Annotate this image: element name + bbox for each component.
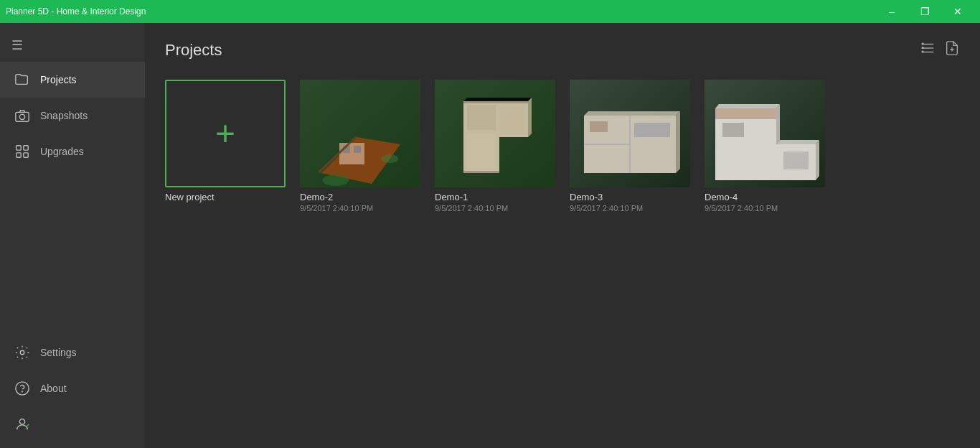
minimize-button[interactable]: – xyxy=(875,0,908,23)
svg-rect-13 xyxy=(922,43,924,45)
svg-rect-15 xyxy=(922,51,924,53)
svg-rect-4 xyxy=(17,153,21,157)
new-project-thumbnail[interactable]: + xyxy=(165,80,286,187)
window-controls: – ❐ ✕ xyxy=(875,0,974,23)
project-thumbnail-demo4 xyxy=(705,80,825,187)
svg-point-25 xyxy=(323,174,349,186)
sidebar-item-label: Projects xyxy=(40,74,77,85)
sidebar-item-upgrades[interactable]: Upgrades xyxy=(0,134,145,169)
svg-rect-50 xyxy=(715,108,776,119)
camera-icon xyxy=(14,108,30,123)
project-thumbnail-demo1 xyxy=(435,80,555,187)
svg-marker-47 xyxy=(776,104,780,144)
project-thumbnail-demo2 xyxy=(300,80,420,187)
svg-rect-3 xyxy=(24,146,28,150)
svg-rect-43 xyxy=(634,123,670,137)
maximize-button[interactable]: ❐ xyxy=(908,0,941,23)
project-item-demo1[interactable]: Demo-1 9/5/2017 2:40:10 PM xyxy=(435,80,555,213)
plus-icon: + xyxy=(215,116,235,151)
page-title: Projects xyxy=(165,41,222,60)
sidebar-item-about[interactable]: About xyxy=(0,370,145,406)
project-preview-demo1 xyxy=(435,80,555,187)
svg-point-6 xyxy=(20,350,24,355)
sidebar-item-snapshots[interactable]: Snapshots xyxy=(0,98,145,134)
svg-point-7 xyxy=(16,382,29,395)
svg-marker-39 xyxy=(676,111,680,173)
sidebar-item-account[interactable] xyxy=(0,406,145,442)
svg-rect-31 xyxy=(463,101,528,103)
new-project-label: New project xyxy=(165,192,286,202)
project-date-demo1: 9/5/2017 2:40:10 PM xyxy=(435,204,555,213)
project-name-demo2: Demo-2 xyxy=(300,192,420,202)
svg-rect-0 xyxy=(16,112,29,121)
person-icon xyxy=(14,416,30,432)
svg-rect-34 xyxy=(499,105,524,134)
list-view-icon[interactable] xyxy=(920,40,936,60)
svg-point-9 xyxy=(19,419,24,424)
hamburger-menu[interactable]: ☰ xyxy=(0,29,145,62)
sidebar-item-label: Snapshots xyxy=(40,110,88,121)
svg-rect-51 xyxy=(722,123,744,137)
content-header: Projects xyxy=(165,40,960,60)
titlebar: Planner 5D - Home & Interior Design – ❐ … xyxy=(0,0,980,23)
svg-rect-35 xyxy=(467,134,496,169)
svg-rect-42 xyxy=(590,121,608,132)
sidebar-item-label: Upgrades xyxy=(40,146,84,157)
nav-main: Projects Snapshots Upgrades xyxy=(0,62,145,335)
svg-rect-23 xyxy=(354,146,361,153)
sidebar-item-label: About xyxy=(40,383,67,394)
project-name-demo1: Demo-1 xyxy=(435,192,555,202)
new-project-item[interactable]: + New project xyxy=(165,80,286,213)
project-date-demo4: 9/5/2017 2:40:10 PM xyxy=(705,204,825,213)
upgrade-icon xyxy=(14,144,30,159)
svg-marker-30 xyxy=(528,98,532,137)
help-icon xyxy=(14,381,30,396)
sidebar: ☰ Projects Snapshots xyxy=(0,23,145,448)
svg-rect-2 xyxy=(17,146,21,150)
svg-rect-14 xyxy=(922,47,924,49)
project-preview-demo3 xyxy=(570,80,690,187)
svg-point-26 xyxy=(381,154,398,163)
project-item-demo3[interactable]: Demo-3 9/5/2017 2:40:10 PM xyxy=(570,80,690,213)
svg-point-8 xyxy=(22,391,23,392)
svg-marker-48 xyxy=(776,140,819,144)
svg-marker-49 xyxy=(816,140,819,180)
svg-marker-38 xyxy=(584,111,680,116)
sidebar-item-label: Settings xyxy=(40,347,77,358)
project-item-demo4[interactable]: Demo-4 9/5/2017 2:40:10 PM xyxy=(705,80,825,213)
svg-rect-5 xyxy=(24,153,28,157)
close-button[interactable]: ✕ xyxy=(941,0,974,23)
project-date-demo3: 9/5/2017 2:40:10 PM xyxy=(570,204,690,213)
new-project-icon[interactable] xyxy=(944,40,960,60)
sidebar-item-settings[interactable]: Settings xyxy=(0,335,145,370)
project-name-demo3: Demo-3 xyxy=(570,192,690,202)
project-preview-demo2 xyxy=(300,80,420,187)
nav-bottom: Settings About xyxy=(0,335,145,448)
svg-point-1 xyxy=(19,114,24,119)
sidebar-item-projects[interactable]: Projects xyxy=(0,62,145,98)
projects-grid: + New project xyxy=(165,80,960,213)
project-preview-demo4 xyxy=(705,80,825,187)
project-name-demo4: Demo-4 xyxy=(705,192,825,202)
project-thumbnail-demo3 xyxy=(570,80,690,187)
gear-icon xyxy=(14,345,30,360)
svg-rect-52 xyxy=(783,151,809,169)
svg-rect-33 xyxy=(467,105,496,130)
svg-marker-29 xyxy=(463,98,532,101)
folder-icon xyxy=(14,72,30,88)
main-content: Projects xyxy=(145,23,980,448)
svg-marker-46 xyxy=(715,104,780,108)
svg-rect-32 xyxy=(463,171,499,173)
project-date-demo2: 9/5/2017 2:40:10 PM xyxy=(300,204,420,213)
app-title: Planner 5D - Home & Interior Design xyxy=(6,6,146,17)
header-actions xyxy=(920,40,960,60)
project-item-demo2[interactable]: Demo-2 9/5/2017 2:40:10 PM xyxy=(300,80,420,213)
app-body: ☰ Projects Snapshots xyxy=(0,23,980,448)
